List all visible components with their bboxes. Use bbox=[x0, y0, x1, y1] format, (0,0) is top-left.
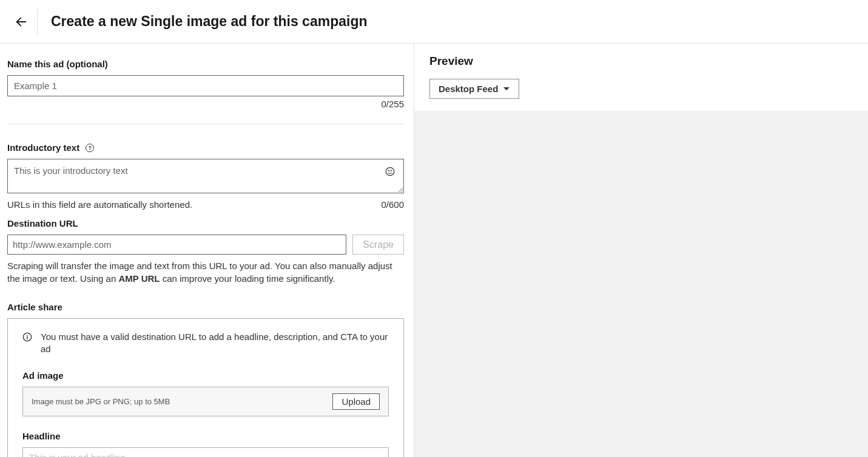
page-title: Create a new Single image ad for this ca… bbox=[51, 13, 367, 30]
form-pane[interactable]: Name this ad (optional) 0/255 Introducto… bbox=[0, 44, 414, 457]
article-share-section: Article share You must have a valid dest… bbox=[7, 302, 404, 457]
ad-name-counter: 0/255 bbox=[7, 99, 404, 109]
ad-name-field-group: Name this ad (optional) 0/255 bbox=[7, 59, 404, 109]
svg-point-2 bbox=[389, 170, 389, 171]
article-share-label: Article share bbox=[7, 302, 404, 312]
intro-helper-text: URLs in this field are automatically sho… bbox=[7, 199, 192, 210]
info-icon bbox=[22, 332, 32, 356]
dest-url-helper-bold: AMP URL bbox=[118, 273, 160, 284]
caret-down-icon bbox=[503, 87, 510, 92]
svg-point-1 bbox=[386, 167, 394, 175]
preview-pane: Preview Desktop Feed bbox=[414, 44, 868, 457]
emoji-icon bbox=[385, 167, 395, 176]
intro-text-counter: 0/600 bbox=[381, 199, 404, 210]
image-upload-box: Image must be JPG or PNG; up to 5MB Uplo… bbox=[22, 387, 389, 416]
headline-input[interactable] bbox=[22, 447, 389, 458]
header-divider bbox=[37, 8, 38, 35]
scrape-button[interactable]: Scrape bbox=[352, 235, 404, 255]
intro-text-field-group: Introductory text ? URLs in this field a… bbox=[7, 142, 404, 210]
ad-image-label: Ad image bbox=[22, 370, 389, 381]
dest-url-helper-after: can improve your loading time significan… bbox=[160, 273, 335, 284]
dest-url-field-group: Destination URL Scrape Scraping will tra… bbox=[7, 218, 404, 285]
preview-mode-dropdown[interactable]: Desktop Feed bbox=[429, 79, 519, 99]
preview-dropdown-label: Desktop Feed bbox=[439, 84, 498, 94]
dest-url-label: Destination URL bbox=[7, 218, 404, 228]
emoji-picker-button[interactable] bbox=[385, 166, 395, 177]
preview-title: Preview bbox=[429, 55, 853, 68]
content-split: Name this ad (optional) 0/255 Introducto… bbox=[0, 44, 868, 457]
intro-text-label-text: Introductory text bbox=[7, 142, 79, 153]
svg-point-3 bbox=[391, 170, 392, 171]
intro-text-label: Introductory text ? bbox=[7, 142, 404, 153]
intro-textarea-wrap bbox=[7, 159, 404, 196]
dest-url-input[interactable] bbox=[7, 235, 346, 255]
headline-label: Headline bbox=[22, 431, 389, 441]
ad-name-input[interactable] bbox=[7, 75, 404, 96]
image-helper-text: Image must be JPG or PNG; up to 5MB bbox=[32, 397, 170, 406]
intro-helper-row: URLs in this field are automatically sho… bbox=[7, 199, 404, 210]
article-share-box: You must have a valid destination URL to… bbox=[7, 318, 404, 457]
dest-url-row: Scrape bbox=[7, 235, 404, 255]
upload-button[interactable]: Upload bbox=[332, 393, 380, 410]
article-info-row: You must have a valid destination URL to… bbox=[22, 331, 389, 356]
dest-url-helper: Scraping will transfer the image and tex… bbox=[7, 259, 404, 285]
preview-canvas bbox=[414, 111, 868, 457]
page-header: Create a new Single image ad for this ca… bbox=[0, 0, 868, 44]
article-info-text: You must have a valid destination URL to… bbox=[41, 331, 389, 356]
preview-header: Preview Desktop Feed bbox=[414, 44, 868, 111]
section-divider bbox=[7, 124, 404, 124]
back-button[interactable] bbox=[9, 10, 33, 34]
help-icon[interactable]: ? bbox=[86, 144, 94, 152]
ad-name-label: Name this ad (optional) bbox=[7, 59, 404, 69]
arrow-left-icon bbox=[15, 15, 28, 28]
intro-text-input[interactable] bbox=[7, 159, 404, 193]
